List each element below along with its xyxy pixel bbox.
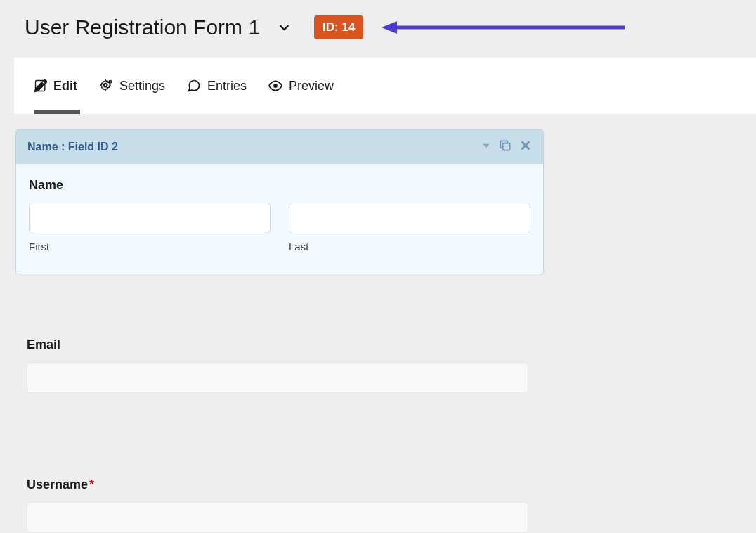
svg-point-4 [110, 81, 111, 82]
pencil-icon [34, 79, 48, 93]
settings-tab[interactable]: Settings [98, 58, 165, 114]
username-field: Username* [27, 477, 528, 533]
gears-icon [98, 79, 114, 93]
form-title: User Registration Form 1 [25, 15, 260, 39]
field-card-actions [481, 139, 532, 155]
svg-rect-7 [503, 143, 510, 150]
comment-icon [186, 79, 202, 93]
name-label: Name [29, 178, 530, 193]
edit-tab[interactable]: Edit [34, 58, 77, 114]
entries-tab[interactable]: Entries [186, 58, 247, 114]
last-sublabel: Last [289, 240, 530, 252]
entries-tab-label: Entries [207, 79, 247, 94]
caret-down-icon[interactable] [481, 141, 491, 153]
form-id-badge: ID: 14 [314, 15, 363, 39]
field-card-header: Name : Field ID 2 [16, 130, 543, 164]
field-card-body: Name First Last [16, 164, 543, 274]
annotation-arrow-icon [382, 19, 625, 36]
field-card-title: Name : Field ID 2 [27, 141, 118, 153]
toolbar: Edit Settings Entries Preview [14, 58, 756, 114]
email-field: Email [27, 338, 528, 393]
svg-marker-6 [483, 144, 489, 148]
svg-marker-1 [382, 21, 397, 34]
settings-tab-label: Settings [119, 79, 165, 94]
duplicate-icon[interactable] [498, 139, 512, 155]
page-header: User Registration Form 1 ID: 14 [0, 0, 756, 58]
first-sublabel: First [29, 240, 271, 252]
preview-tab-label: Preview [289, 79, 334, 94]
required-star: * [89, 477, 94, 492]
first-name-input[interactable] [29, 203, 271, 233]
eye-icon [268, 79, 283, 93]
email-label: Email [27, 338, 528, 352]
name-input-row: First Last [29, 203, 530, 252]
preview-tab[interactable]: Preview [268, 58, 334, 114]
email-input[interactable] [27, 362, 528, 393]
last-name-input[interactable] [289, 203, 530, 233]
name-field-card[interactable]: Name : Field ID 2 Name First Last [15, 129, 544, 274]
edit-tab-label: Edit [53, 79, 77, 94]
chevron-down-icon[interactable] [273, 20, 292, 35]
username-label: Username* [27, 477, 528, 492]
svg-point-5 [273, 84, 278, 88]
close-icon[interactable] [519, 139, 532, 155]
username-input[interactable] [27, 502, 528, 533]
